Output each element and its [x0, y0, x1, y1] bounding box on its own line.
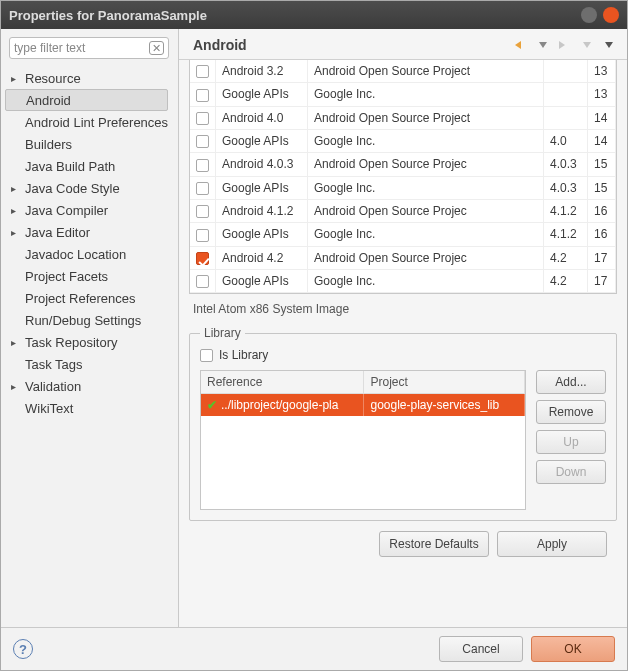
col-project[interactable]: Project	[364, 371, 525, 394]
close-icon[interactable]	[603, 7, 619, 23]
library-project: google-play-services_lib	[364, 394, 525, 417]
tree-item-label: Project References	[23, 291, 136, 306]
target-version: 4.0.3	[544, 176, 588, 199]
forward-menu-icon[interactable]	[579, 37, 595, 53]
tree-item[interactable]: ▸Resource	[5, 67, 174, 89]
expand-icon[interactable]: ▸	[11, 337, 23, 348]
target-checkbox[interactable]	[196, 205, 209, 218]
tree-item-label: Builders	[23, 137, 72, 152]
target-checkbox[interactable]	[196, 159, 209, 172]
tree-item[interactable]: Android	[5, 89, 168, 111]
tree-item[interactable]: ▸Validation	[5, 375, 174, 397]
back-menu-icon[interactable]	[535, 37, 551, 53]
target-api: 13	[588, 83, 616, 106]
target-checkbox[interactable]	[196, 112, 209, 125]
tree-item-label: Android	[24, 93, 71, 108]
tree-item[interactable]: Project Facets	[5, 265, 174, 287]
is-library-label: Is Library	[219, 348, 268, 362]
is-library-checkbox[interactable]	[200, 349, 213, 362]
tree-item[interactable]: ▸Java Compiler	[5, 199, 174, 221]
target-row[interactable]: Android 4.0Android Open Source Project14	[190, 106, 616, 129]
tree-item[interactable]: Android Lint Preferences	[5, 111, 174, 133]
tree-item[interactable]: Run/Debug Settings	[5, 309, 174, 331]
target-row[interactable]: Android 3.2Android Open Source Project13	[190, 60, 616, 83]
target-checkbox[interactable]	[196, 182, 209, 195]
add-button[interactable]: Add...	[536, 370, 606, 394]
library-table[interactable]: Reference Project ✔../libproject/google-…	[200, 370, 526, 510]
expand-icon[interactable]: ▸	[11, 183, 23, 194]
filter-input[interactable]: type filter text ✕	[9, 37, 169, 59]
clear-filter-icon[interactable]: ✕	[149, 41, 164, 55]
tree-item-label: Project Facets	[23, 269, 108, 284]
build-target-table: Android 3.2Android Open Source Project13…	[189, 60, 617, 294]
tree-item-label: Task Tags	[23, 357, 83, 372]
down-button[interactable]: Down	[536, 460, 606, 484]
restore-defaults-button[interactable]: Restore Defaults	[379, 531, 489, 557]
tree-item[interactable]: ▸Java Editor	[5, 221, 174, 243]
expand-icon[interactable]: ▸	[11, 381, 23, 392]
target-name: Android 4.0	[216, 106, 308, 129]
dialog-footer: ? Cancel OK	[1, 627, 627, 670]
target-api: 14	[588, 129, 616, 152]
tree-item-label: Javadoc Location	[23, 247, 126, 262]
library-reference: ✔../libproject/google-pla	[201, 394, 364, 417]
target-version	[544, 83, 588, 106]
target-row[interactable]: Google APIsGoogle Inc.4.014	[190, 129, 616, 152]
tree-item-label: WikiText	[23, 401, 73, 416]
target-row[interactable]: Google APIsGoogle Inc.4.217	[190, 269, 616, 292]
target-row[interactable]: Android 4.0.3Android Open Source Projec4…	[190, 153, 616, 176]
tree-item[interactable]: ▸Task Repository	[5, 331, 174, 353]
target-checkbox[interactable]	[196, 135, 209, 148]
target-checkbox[interactable]	[196, 252, 209, 265]
minimize-icon[interactable]	[581, 7, 597, 23]
remove-button[interactable]: Remove	[536, 400, 606, 424]
target-checkbox[interactable]	[196, 65, 209, 78]
target-version: 4.0.3	[544, 153, 588, 176]
tree-item[interactable]: Java Build Path	[5, 155, 174, 177]
apply-button[interactable]: Apply	[497, 531, 607, 557]
target-vendor: Google Inc.	[308, 176, 544, 199]
category-tree: ▸ResourceAndroidAndroid Lint Preferences…	[5, 67, 174, 419]
tree-item[interactable]: Javadoc Location	[5, 243, 174, 265]
target-checkbox[interactable]	[196, 275, 209, 288]
tree-item[interactable]: Task Tags	[5, 353, 174, 375]
tree-item[interactable]: ▸Java Code Style	[5, 177, 174, 199]
col-reference[interactable]: Reference	[201, 371, 364, 394]
target-version	[544, 60, 588, 83]
target-api: 16	[588, 223, 616, 246]
target-row[interactable]: Google APIsGoogle Inc.4.1.216	[190, 223, 616, 246]
tree-item[interactable]: WikiText	[5, 397, 174, 419]
tree-item[interactable]: Project References	[5, 287, 174, 309]
expand-icon[interactable]: ▸	[11, 227, 23, 238]
window-title: Properties for PanoramaSample	[9, 8, 575, 23]
view-menu-icon[interactable]	[601, 37, 617, 53]
cancel-button[interactable]: Cancel	[439, 636, 523, 662]
target-version: 4.1.2	[544, 223, 588, 246]
target-row[interactable]: Android 4.2Android Open Source Projec4.2…	[190, 246, 616, 269]
tree-item-label: Task Repository	[23, 335, 117, 350]
target-vendor: Android Open Source Project	[308, 60, 544, 83]
target-vendor: Android Open Source Projec	[308, 199, 544, 222]
expand-icon[interactable]: ▸	[11, 205, 23, 216]
target-name: Android 4.2	[216, 246, 308, 269]
up-button[interactable]: Up	[536, 430, 606, 454]
forward-icon[interactable]	[557, 37, 573, 53]
tree-item-label: Android Lint Preferences	[23, 115, 168, 130]
target-vendor: Google Inc.	[308, 269, 544, 292]
ok-button[interactable]: OK	[531, 636, 615, 662]
target-version	[544, 106, 588, 129]
is-library-row: Is Library	[200, 348, 606, 362]
page-header: Android	[179, 29, 627, 60]
expand-icon[interactable]: ▸	[11, 73, 23, 84]
target-row[interactable]: Android 4.1.2Android Open Source Projec4…	[190, 199, 616, 222]
help-icon[interactable]: ?	[13, 639, 33, 659]
target-checkbox[interactable]	[196, 229, 209, 242]
target-row[interactable]: Google APIsGoogle Inc.13	[190, 83, 616, 106]
library-row[interactable]: ✔../libproject/google-plagoogle-play-ser…	[201, 394, 525, 417]
tree-item[interactable]: Builders	[5, 133, 174, 155]
target-row[interactable]: Google APIsGoogle Inc.4.0.315	[190, 176, 616, 199]
page-buttons: Restore Defaults Apply	[189, 521, 617, 557]
back-icon[interactable]	[513, 37, 529, 53]
tree-item-label: Java Compiler	[23, 203, 108, 218]
target-checkbox[interactable]	[196, 89, 209, 102]
